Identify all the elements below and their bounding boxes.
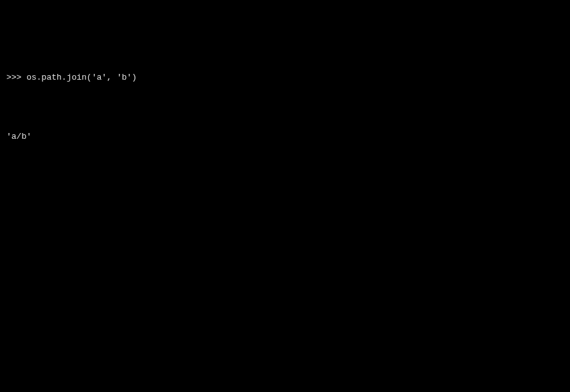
prompt-line[interactable]: >>> os.path.join('a', 'b') <box>6 72 564 84</box>
input-command: os.path.join('a', 'b') <box>26 72 137 84</box>
prompt-symbol: >>> <box>6 72 26 84</box>
terminal-output: >>> os.path.join('a', 'b') 'a/b' <box>6 49 564 154</box>
result-line: 'a/b' <box>6 131 564 143</box>
